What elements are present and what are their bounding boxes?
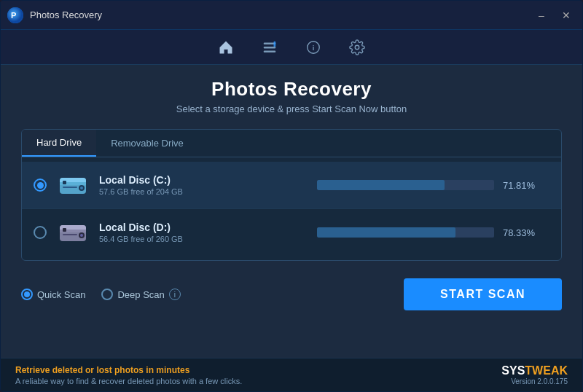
- title-bar-controls: – ✕: [531, 8, 576, 23]
- deep-scan-option[interactable]: Deep Scan i: [101, 289, 180, 300]
- drive-list: Local Disc (C:) 57.6 GB free of 204 GB 7…: [22, 157, 561, 260]
- scan-nav-button[interactable]: [255, 33, 284, 62]
- footer-tagline: Retrieve deleted or lost photos in minut…: [15, 365, 242, 375]
- quick-scan-radio[interactable]: [21, 289, 33, 300]
- info-icon: i: [305, 39, 321, 55]
- svg-rect-4: [264, 47, 276, 48]
- tab-removable-drive[interactable]: Removable Drive: [96, 130, 198, 157]
- home-icon: [218, 39, 234, 55]
- home-nav-button[interactable]: [211, 33, 240, 62]
- close-button[interactable]: ✕: [556, 8, 576, 23]
- title-bar-left: P Photos Recovery: [7, 7, 102, 24]
- deep-scan-label: Deep Scan: [117, 289, 164, 300]
- page-title: Photos Recovery: [21, 78, 562, 101]
- svg-text:P: P: [11, 11, 16, 20]
- svg-point-14: [80, 187, 83, 189]
- page-header: Photos Recovery Select a storage device …: [21, 78, 562, 114]
- app-logo-icon: P: [7, 7, 24, 24]
- drive-c-radio[interactable]: [34, 179, 47, 192]
- page-subtitle: Select a storage device & press Start Sc…: [21, 103, 562, 114]
- drive-d-bar-track: [317, 227, 494, 238]
- drive-d-icon: [57, 219, 89, 246]
- svg-point-21: [80, 234, 83, 237]
- footer-brand-area: SYSTWEAK Version 2.0.0.175: [501, 364, 568, 385]
- footer-text: Retrieve deleted or lost photos in minut…: [15, 365, 242, 385]
- svg-rect-22: [63, 234, 77, 235]
- settings-icon: [349, 39, 365, 55]
- svg-rect-19: [63, 228, 66, 232]
- footer-brand: SYSTWEAK: [501, 364, 568, 377]
- deep-scan-info-icon[interactable]: i: [169, 289, 181, 300]
- svg-rect-5: [264, 50, 276, 52]
- deep-scan-radio[interactable]: [101, 289, 113, 300]
- svg-rect-15: [63, 187, 77, 188]
- svg-rect-6: [274, 41, 276, 46]
- drive-d-info: Local Disc (D:) 56.4 GB free of 260 GB: [99, 222, 317, 243]
- drive-c-pct: 71.81%: [501, 180, 535, 191]
- footer-desc: A reliable way to find & recover deleted…: [15, 377, 242, 385]
- scan-icon: [262, 39, 278, 55]
- title-bar: P Photos Recovery – ✕: [1, 1, 582, 30]
- drive-c-bar-track: [317, 180, 494, 190]
- svg-text:i: i: [313, 44, 315, 51]
- drive-item-c[interactable]: Local Disc (C:) 57.6 GB free of 204 GB 7…: [22, 162, 561, 209]
- app-title: Photos Recovery: [30, 9, 102, 20]
- drive-selection-area: Hard Drive Removable Drive: [21, 129, 562, 261]
- drive-c-name: Local Disc (C:): [99, 174, 317, 186]
- drive-d-radio[interactable]: [34, 226, 47, 239]
- tab-hard-drive[interactable]: Hard Drive: [22, 130, 96, 157]
- bottom-row: Quick Scan Deep Scan i START SCAN: [21, 278, 562, 310]
- drive-d-space: 56.4 GB free of 260 GB: [99, 235, 317, 243]
- drive-tab-bar: Hard Drive Removable Drive: [22, 130, 561, 157]
- drive-c-bar-fill: [317, 180, 445, 190]
- drive-d-name: Local Disc (D:): [99, 222, 317, 233]
- drive-d-bar-fill: [317, 227, 455, 238]
- minimize-button[interactable]: –: [531, 8, 552, 23]
- top-nav: i: [1, 30, 582, 65]
- start-scan-button[interactable]: START SCAN: [404, 278, 562, 310]
- footer: Retrieve deleted or lost photos in minut…: [1, 358, 582, 391]
- drive-item-d[interactable]: Local Disc (D:) 56.4 GB free of 260 GB 7…: [22, 209, 561, 256]
- drive-c-space: 57.6 GB free of 204 GB: [99, 187, 317, 196]
- drive-d-pct: 78.33%: [501, 227, 535, 238]
- settings-nav-button[interactable]: [343, 33, 372, 62]
- quick-scan-label: Quick Scan: [37, 289, 85, 300]
- drive-c-bar-container: 71.81%: [317, 180, 535, 191]
- drive-c-info: Local Disc (C:) 57.6 GB free of 204 GB: [99, 174, 317, 196]
- footer-version: Version 2.0.0.175: [501, 377, 568, 385]
- app-window: P Photos Recovery – ✕ i: [0, 0, 583, 392]
- main-content: Photos Recovery Select a storage device …: [1, 65, 582, 358]
- quick-scan-option[interactable]: Quick Scan: [21, 289, 85, 300]
- info-nav-button[interactable]: i: [299, 33, 328, 62]
- drive-c-icon: [57, 172, 89, 198]
- scan-options: Quick Scan Deep Scan i: [21, 289, 181, 300]
- svg-rect-12: [63, 181, 66, 184]
- drive-d-bar-container: 78.33%: [317, 227, 535, 238]
